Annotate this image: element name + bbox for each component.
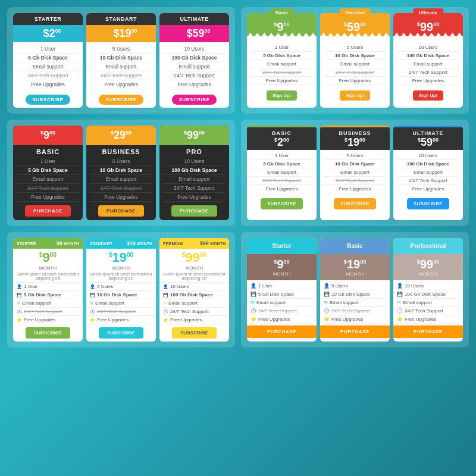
pro-feature: 👤10 Users [397,282,459,290]
dark-feature: 100 Gb Disk Space [163,166,226,175]
ribbon-price-starter: $900 MONTH [13,249,83,272]
slim-header-ultimate: ULTIMATE $5900 [393,126,463,150]
tabbed-features-basic: 1 User 5 Gb Disk Space Email support 24/… [247,41,317,87]
ribbon-feature: 💾100 Gb Disk Space [159,291,229,299]
purchase-pro-professional[interactable]: PURCHASE [393,325,463,338]
slim-feature: 1 User [250,152,313,160]
dark-feature: Free Upgrades [90,193,152,202]
tabbed-features-ultimate: 10 Users 100 Gb Disk Space Email support… [393,41,463,87]
ribbon-feature: ⭐Free Upgrades [86,316,156,324]
slim-feature: 24/7 Tech Support [324,177,386,185]
purchase-pro-basic[interactable]: PURCHASE [320,325,390,338]
ribbon-label: STANDART [90,242,112,246]
flat-feature: 24/7 Tech Support [17,71,79,80]
dark-feature: 5 Users [90,157,152,166]
pro-feature: 💾10 Gb Disk Space [324,290,386,299]
main-container: STARTER $200 1 User 5 Gb Disk Space Emai… [0,0,476,355]
price-month: MONTH [89,265,154,271]
pro-feature: ⭐Free Upgrades [397,315,459,324]
tabbed-feature: 24/7 Tech Support [324,68,386,77]
signup-button-ultimate[interactable]: Sign Up! [413,90,443,101]
pro-month: MONTH [396,271,461,277]
slim-feature: 5 Gb Disk Space [250,160,313,168]
dark-feature: 1 User [17,157,79,166]
pro-month: MONTH [249,271,314,277]
signup-button-standart[interactable]: Sign Up! [340,90,370,101]
section-dark: $900 BASIC 1 User 5 Gb Disk Space Email … [7,120,235,226]
wavy-separator [320,36,390,41]
slim-feature: 24/7 Tech Support [250,177,313,185]
purchase-button-pro[interactable]: PURCHASE [171,205,217,217]
tabbed-feature: Email support [397,60,459,68]
pro-feature: 👤5 Users [324,282,386,290]
slim-price: $200 [249,136,314,149]
flat-feature: 5 Users [90,45,152,54]
flat-feature: 24/7 Tech Support [90,71,152,80]
tabbed-feature: Email support [324,60,386,68]
flat-card-starter: STARTER $200 1 User 5 Gb Disk Space Emai… [13,13,83,108]
slim-plan-label: BUSINESS [322,130,387,136]
flat-feature: 1 User [17,45,79,54]
pro-features-professional: 👤10 Users 💾100 Gb Disk Space ✉Email supp… [393,280,463,325]
slim-feature: Free Upgrades [397,185,459,193]
pro-header-basic: Basic [320,238,390,254]
flat-card-price-ultimate: $5900 [159,25,229,42]
slim-feature: Email support [397,168,459,177]
tabbed-feature: Free Upgrades [324,77,386,85]
pro-price-value: $900 [249,258,314,271]
pro-features-basic: 👤5 Users 💾10 Gb Disk Space ✉Email suppor… [320,280,390,325]
subscribe-button-starter[interactable]: SUBSCRIBE [26,95,71,105]
subscribe-slim-ultimate[interactable]: SUBSCRIBE [407,198,449,209]
ribbon-desc: Lorem ipsum sit amet consectetur adipisc… [159,272,229,283]
slim-feature: 10 Users [397,152,459,160]
subscribe-ribbon-standart[interactable]: SUBSCRIBE [99,327,143,339]
subscribe-slim-basic[interactable]: SUBSCRIBE [261,198,303,209]
dark-plan-name: BUSINESS [86,145,156,157]
subscribe-ribbon-starter[interactable]: SUBSCRIBE [26,327,70,339]
slim-plan-label: ULTIMATE [396,130,461,136]
purchase-button-business[interactable]: PURCHASE [98,205,144,217]
slim-header-business: BUSINESS $1900 [320,126,390,150]
pro-price-area-basic: $1900 MONTH [320,254,390,280]
dark-feature: Free Upgrades [163,193,226,202]
dark-feature: 24/7 Tech Support [17,184,79,193]
dark-feature: Email support [163,175,226,184]
pro-feature: 👤1 User [250,282,313,290]
ribbon-banner-premium: PREMIUM $99 MONTH [159,238,229,249]
purchase-pro-starter[interactable]: PURCHASE [247,325,317,338]
slim-feature: Free Upgrades [250,185,313,193]
pro-price-value: $1900 [322,258,387,271]
slim-feature: 5 Users [324,152,386,160]
subscribe-slim-business[interactable]: SUBSCRIBE [334,198,376,209]
flat-card-standart: STANDART $1900 5 Users 10 Gb Disk Space … [86,13,156,108]
tabbed-feature: 10 Gb Disk Space [324,52,386,60]
tabbed-card-standart: Standart $5900 5 Users 10 Gb Disk Space … [320,13,390,108]
flat-feature: Email support [90,62,152,71]
ribbon-price-premium: $9900 MONTH [159,249,229,272]
flat-feature: Email support [17,62,79,71]
flat-feature: Free Upgrades [90,80,152,89]
pro-card-starter: Starter $900 MONTH 👤1 User 💾5 Gb Disk Sp… [247,238,317,342]
tab-ultimate: Ultimate [413,8,444,17]
signup-button-basic[interactable]: Sign Up! [267,90,297,101]
flat-card-header-ultimate: ULTIMATE [159,13,229,25]
tabbed-feature: Free Upgrades [397,77,459,85]
flat-card-price-starter: $200 [13,25,83,42]
section-slim-dark: BASIC $200 1 User 5 Gb Disk Space Email … [241,120,469,226]
subscribe-ribbon-premium[interactable]: SUBSCRIBE [172,327,217,339]
subscribe-button-ultimate[interactable]: SUBSCRIBE [172,95,217,105]
ribbon-feature: ⭐Free Upgrades [159,316,229,324]
ribbon-feature: 👤1 User [13,283,83,291]
section-tabbed: Basic $900 1 User 5 Gb Disk Space Email … [241,7,469,114]
slim-card-basic: BASIC $200 1 User 5 Gb Disk Space Email … [247,126,317,220]
pro-features-starter: 👤1 User 💾5 Gb Disk Space ✉Email support … [247,280,317,325]
subscribe-button-standart[interactable]: SUBSCRIBE [99,95,144,105]
pro-feature: ✉Email support [324,299,386,307]
pro-price-area-starter: $900 MONTH [247,254,317,280]
price-dollar-ultimate: $5900 [186,27,210,40]
flat-feature: 10 Gb Disk Space [90,54,152,62]
slim-header-basic: BASIC $200 [247,126,317,150]
ribbon-feature: 💾10 Gb Disk Space [86,291,156,299]
purchase-button-basic[interactable]: PURCHASE [25,205,71,217]
wavy-separator [247,36,317,41]
